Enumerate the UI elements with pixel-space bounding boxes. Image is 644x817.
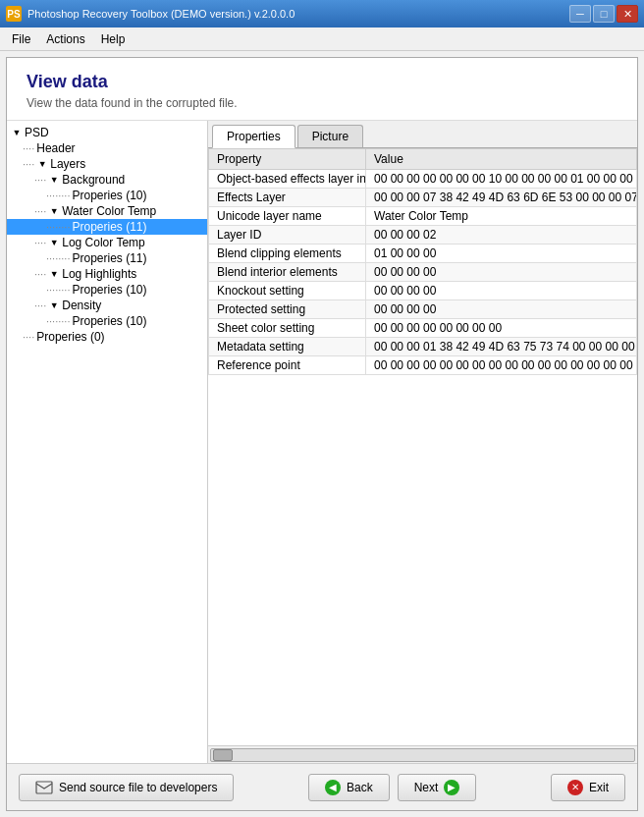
back-button[interactable]: ◀ Back <box>308 774 390 801</box>
property-cell: Sheet color setting <box>209 319 366 338</box>
tree-line-d-props: ········ <box>46 315 70 327</box>
property-cell: Protected setting <box>209 300 366 319</box>
scrollbar-track[interactable] <box>210 748 635 762</box>
close-button[interactable]: ✕ <box>617 5 638 23</box>
value-cell: 01 00 00 00 <box>366 245 637 263</box>
page-title: View data <box>27 72 617 92</box>
value-cell: 00 00 00 00 <box>366 300 637 319</box>
tree-line-layers: ···· <box>23 158 34 170</box>
value-cell: 00 00 00 01 38 42 49 4D 63 75 73 74 00 0… <box>366 338 637 356</box>
right-panel: Properties Picture Property Value Object… <box>208 121 637 763</box>
tree-label-header: Header <box>36 141 75 155</box>
app-title: Photoshop Recovery Toolbox (DEMO version… <box>27 8 295 20</box>
tree-label-density: Density <box>62 299 101 312</box>
tree-item-root-props[interactable]: ···· Properies (0) <box>7 329 207 345</box>
tree-line-bg: ···· <box>34 174 46 186</box>
value-cell: 00 00 00 00 <box>366 282 637 300</box>
menu-help[interactable]: Help <box>93 30 134 48</box>
exit-button[interactable]: ✕ Exit <box>551 774 625 801</box>
menu-actions[interactable]: Actions <box>38 30 92 48</box>
table-row[interactable]: Effects Layer00 00 00 07 38 42 49 4D 63 … <box>209 189 637 207</box>
next-label: Next <box>414 781 439 794</box>
tree-item-layers[interactable]: ···· ▼ Layers <box>7 156 207 172</box>
tree-label-loghighlights: Log Highlights <box>62 267 136 281</box>
app-icon: PS <box>6 6 22 22</box>
table-row[interactable]: Metadata setting00 00 00 01 38 42 49 4D … <box>209 338 637 356</box>
value-cell: Water Color Temp <box>366 207 637 226</box>
value-cell: 00 00 00 00 00 00 00 00 00 00 00 00 00 0… <box>366 356 637 375</box>
tree-label-background-props: Properies (10) <box>72 189 146 202</box>
title-bar: PS Photoshop Recovery Toolbox (DEMO vers… <box>0 0 644 27</box>
tree-item-density-props[interactable]: ········ Properies (10) <box>7 313 207 329</box>
back-label: Back <box>347 781 373 794</box>
table-row[interactable]: Blend clipping elements01 00 00 00 <box>209 245 637 263</box>
tree-label-watercolor-props: Properies (11) <box>72 220 146 234</box>
tab-picture[interactable]: Picture <box>297 125 363 147</box>
tree-item-logcolor[interactable]: ···· ▼ Log Color Temp <box>7 235 207 250</box>
col-header-property: Property <box>209 149 366 170</box>
svg-rect-0 <box>36 782 52 793</box>
tree-label-density-props: Properies (10) <box>72 314 146 328</box>
tree-item-loghighlights[interactable]: ···· ▼ Log Highlights <box>7 266 207 282</box>
tree-toggle-psd: ▼ <box>11 127 23 138</box>
page-header: View data View the data found in the cor… <box>7 58 637 121</box>
menu-file[interactable]: File <box>4 30 38 48</box>
tree-item-logcolor-props[interactable]: ········ Properies (11) <box>7 250 207 266</box>
tree-toggle-loghighlights: ▼ <box>48 268 60 280</box>
tree-label-watercolor: Water Color Temp <box>62 204 156 218</box>
tree-item-background-props[interactable]: ········ Properies (10) <box>7 188 207 203</box>
table-row[interactable]: Blend interior elements00 00 00 00 <box>209 263 637 282</box>
tree-line-lh-props: ········ <box>46 284 70 296</box>
tree-line-root-props: ···· <box>23 331 34 343</box>
tree-line-wc-props: ········ <box>46 221 70 233</box>
tree-item-watercolor-props[interactable]: ········ Properies (11) <box>7 219 207 235</box>
horizontal-scrollbar[interactable] <box>208 745 637 763</box>
next-icon: ▶ <box>444 780 459 795</box>
value-cell: 00 00 00 00 00 00 00 10 00 00 00 00 01 0… <box>366 170 637 189</box>
tree-item-header[interactable]: ···· Header <box>7 140 207 156</box>
table-row[interactable]: Layer ID00 00 00 02 <box>209 226 637 245</box>
table-row[interactable]: Knockout setting00 00 00 00 <box>209 282 637 300</box>
send-source-label: Send source file to developers <box>59 781 217 794</box>
table-row[interactable]: Object-based effects layer in00 00 00 00… <box>209 170 637 189</box>
send-icon <box>35 779 53 796</box>
property-cell: Object-based effects layer in <box>209 170 366 189</box>
property-cell: Effects Layer <box>209 189 366 207</box>
tree-label-root-props: Properies (0) <box>36 330 104 344</box>
title-bar-controls: ─ □ ✕ <box>569 5 638 23</box>
value-cell: 00 00 00 02 <box>366 226 637 245</box>
tree-item-background[interactable]: ···· ▼ Background <box>7 172 207 188</box>
tree-line-d: ···· <box>34 300 46 311</box>
tree-line-bg-props: ········ <box>46 190 70 201</box>
table-row[interactable]: Reference point00 00 00 00 00 00 00 00 0… <box>209 356 637 375</box>
property-cell: Metadata setting <box>209 338 366 356</box>
maximize-button[interactable]: □ <box>593 5 615 23</box>
property-cell: Knockout setting <box>209 282 366 300</box>
value-cell: 00 00 00 00 <box>366 263 637 282</box>
main-window: View data View the data found in the cor… <box>6 57 638 811</box>
scrollbar-thumb[interactable] <box>213 749 233 761</box>
tree-item-psd[interactable]: ▼ PSD <box>7 125 207 140</box>
tabs-bar: Properties Picture <box>208 121 637 148</box>
tree-item-loghighlights-props[interactable]: ········ Properies (10) <box>7 282 207 298</box>
table-row[interactable]: Unicode layer nameWater Color Temp <box>209 207 637 226</box>
table-row[interactable]: Protected setting00 00 00 00 <box>209 300 637 319</box>
property-cell: Blend clipping elements <box>209 245 366 263</box>
tab-properties[interactable]: Properties <box>212 125 295 148</box>
next-button[interactable]: Next ▶ <box>398 774 477 801</box>
col-header-value: Value <box>366 149 637 170</box>
page-subtitle: View the data found in the corrupted fil… <box>27 96 617 110</box>
table-row[interactable]: Sheet color setting00 00 00 00 00 00 00 … <box>209 319 637 338</box>
property-cell: Reference point <box>209 356 366 375</box>
minimize-button[interactable]: ─ <box>569 5 591 23</box>
tree-item-density[interactable]: ···· ▼ Density <box>7 298 207 313</box>
tree-label-logcolor-props: Properies (11) <box>72 251 146 265</box>
tree-panel: ▼ PSD ···· Header ···· ▼ Layers ···· ▼ B… <box>7 121 208 763</box>
tree-toggle-layers: ▼ <box>36 158 48 170</box>
tree-toggle-logcolor: ▼ <box>48 237 60 248</box>
value-cell: 00 00 00 00 00 00 00 00 <box>366 319 637 338</box>
send-source-button[interactable]: Send source file to developers <box>19 774 234 801</box>
tree-line-wc: ···· <box>34 205 46 217</box>
footer-left: Send source file to developers <box>19 774 234 801</box>
tree-item-watercolor[interactable]: ···· ▼ Water Color Temp <box>7 203 207 219</box>
